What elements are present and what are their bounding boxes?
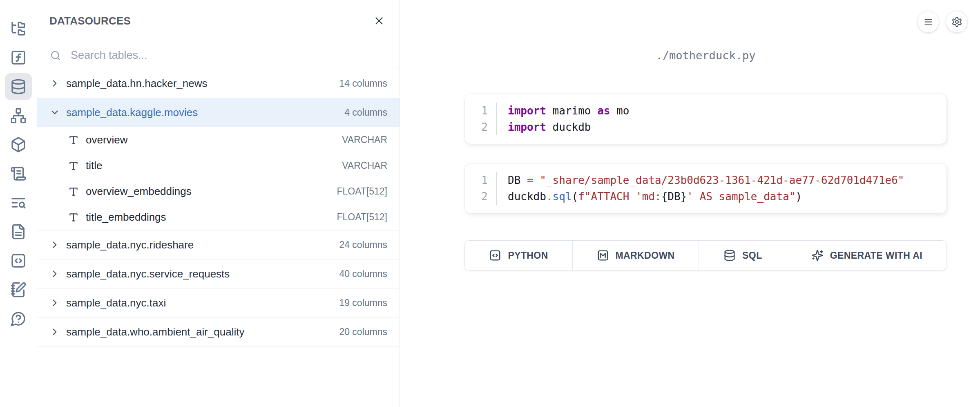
code-token: as <box>597 105 610 117</box>
chevron-right-icon <box>49 297 60 308</box>
code-token: "_share/sample_data/23b0d623-1361-421d-a… <box>540 174 904 186</box>
settings-button[interactable] <box>946 11 968 33</box>
table-column-count: 14 columns <box>339 78 387 89</box>
add-cell-markdown-button[interactable]: MARKDOWN <box>573 241 699 270</box>
search-row <box>37 42 400 69</box>
activity-item-dependencies[interactable] <box>5 102 32 129</box>
package-icon <box>10 136 27 153</box>
chevron-right-icon <box>49 239 60 250</box>
table-column-count: 40 columns <box>339 268 387 280</box>
column-name: title <box>86 159 102 172</box>
type-icon <box>68 186 79 197</box>
code-line: DB = "_share/sample_data/23b0d623-1361-4… <box>508 172 904 188</box>
table-column-count: 24 columns <box>339 239 387 250</box>
add-cell-generate-with-ai-button[interactable]: GENERATE WITH AI <box>787 241 947 270</box>
activity-item-packages[interactable] <box>5 131 32 158</box>
table-row-sample_data.who.ambient_air_quality[interactable]: sample_data.who.ambient_air_quality20 co… <box>37 318 400 347</box>
activity-bar <box>0 0 37 407</box>
notebook-area: ./motherduck.py 12import marimo as moimp… <box>400 0 980 407</box>
line-number: 1 <box>481 103 488 119</box>
chevron-right-icon <box>49 78 60 89</box>
activity-item-logs[interactable] <box>5 160 32 187</box>
line-number-gutter: 12 <box>465 103 497 135</box>
code-token: duckdb <box>546 121 591 133</box>
search-icon <box>49 49 62 62</box>
code-token: . <box>546 190 553 203</box>
add-cell-button-label: GENERATE WITH AI <box>830 250 922 261</box>
database-icon <box>10 78 27 95</box>
function-square-icon <box>10 49 27 66</box>
table-name: sample_data.nyc.taxi <box>66 297 166 309</box>
code-line: import marimo as mo <box>508 103 629 119</box>
chevron-right-icon <box>49 326 60 337</box>
search-input[interactable] <box>70 49 387 62</box>
table-name: sample_data.nyc.rideshare <box>66 239 194 251</box>
activity-item-datasources[interactable] <box>5 73 32 100</box>
add-cell-button-label: PYTHON <box>508 250 548 261</box>
code-token <box>534 174 540 186</box>
column-row-overview[interactable]: overviewVARCHAR <box>37 127 400 153</box>
code-line: duckdb.sql(f"ATTACH 'md:{DB}' AS sample_… <box>508 188 904 205</box>
column-type: FLOAT[512] <box>337 186 387 197</box>
column-type: VARCHAR <box>342 134 387 145</box>
table-column-count: 20 columns <box>339 326 387 338</box>
column-row-overview_embeddings[interactable]: overview_embeddingsFLOAT[512] <box>37 179 400 204</box>
close-panel-button[interactable] <box>371 13 387 29</box>
activity-item-variables[interactable] <box>5 44 32 71</box>
notebook-column: ./motherduck.py 12import marimo as moimp… <box>464 0 947 407</box>
datasources-panel: DATASOURCES sample_data.hn.hacker_news14… <box>37 0 400 407</box>
code-token: ' AS sample_data" <box>687 190 795 203</box>
code-token: ( <box>572 190 578 203</box>
notebook-filename[interactable]: ./motherduck.py <box>464 49 947 62</box>
chevron-right-icon <box>49 326 60 337</box>
activity-item-chat[interactable] <box>5 305 32 332</box>
type-icon <box>68 161 79 171</box>
app-root: DATASOURCES sample_data.hn.hacker_news14… <box>0 0 980 407</box>
type-icon <box>68 135 79 145</box>
column-type: FLOAT[512] <box>337 212 387 223</box>
table-row-sample_data.nyc.service_requests[interactable]: sample_data.nyc.service_requests40 colum… <box>37 259 400 288</box>
list-search-icon <box>10 195 27 211</box>
table-name: sample_data.who.ambient_air_quality <box>66 326 245 338</box>
activity-item-search-logs[interactable] <box>5 189 32 216</box>
line-number: 2 <box>481 119 488 135</box>
chat-question-icon <box>10 311 27 327</box>
code-token: import <box>508 105 546 117</box>
chevron-right-icon <box>49 297 60 308</box>
tables-list: sample_data.hn.hacker_news14 columnssamp… <box>37 69 400 407</box>
table-row-sample_data.kaggle.movies[interactable]: sample_data.kaggle.movies4 columns <box>37 98 400 127</box>
column-row-title_embeddings[interactable]: title_embeddingsFLOAT[512] <box>37 204 400 230</box>
type-icon <box>68 161 79 171</box>
activity-item-file-tree[interactable] <box>5 15 32 42</box>
chevron-right-icon <box>49 268 60 279</box>
table-name: sample_data.kaggle.movies <box>66 106 198 119</box>
sparkles-icon <box>811 249 824 262</box>
add-cell-button-label: SQL <box>742 250 762 261</box>
folder-tree-icon <box>10 20 27 37</box>
scroll-text-icon <box>10 165 27 182</box>
database-icon <box>723 249 736 262</box>
table-column-count: 19 columns <box>339 297 387 309</box>
table-row-sample_data.nyc.taxi[interactable]: sample_data.nyc.taxi19 columns <box>37 288 400 318</box>
column-type: VARCHAR <box>342 160 387 171</box>
column-name: title_embeddings <box>86 211 166 224</box>
add-cell-sql-button[interactable]: SQL <box>699 241 787 270</box>
activity-item-snippets[interactable] <box>5 247 32 274</box>
chevron-down-icon <box>49 107 60 118</box>
activity-item-scratchpad[interactable] <box>5 276 32 303</box>
activity-item-documentation[interactable] <box>5 218 32 245</box>
code-cell-1[interactable]: 12import marimo as moimport duckdb <box>464 94 947 144</box>
code-token: sql <box>553 190 572 203</box>
table-row-sample_data.hn.hacker_news[interactable]: sample_data.hn.hacker_news14 columns <box>37 69 400 98</box>
chevron-right-icon <box>49 78 60 89</box>
table-row-sample_data.nyc.rideshare[interactable]: sample_data.nyc.rideshare24 columns <box>37 230 400 259</box>
code-token: = <box>527 174 534 186</box>
code-square-icon <box>10 253 27 269</box>
code-line: import duckdb <box>508 119 629 135</box>
gear-icon <box>951 16 962 27</box>
table-columns-list: overviewVARCHARtitleVARCHARoverview_embe… <box>37 127 400 230</box>
code-cell-2[interactable]: 12DB = "_share/sample_data/23b0d623-1361… <box>464 163 947 214</box>
type-icon <box>68 135 79 145</box>
add-cell-python-button[interactable]: PYTHON <box>465 241 573 270</box>
column-row-title[interactable]: titleVARCHAR <box>37 153 400 179</box>
